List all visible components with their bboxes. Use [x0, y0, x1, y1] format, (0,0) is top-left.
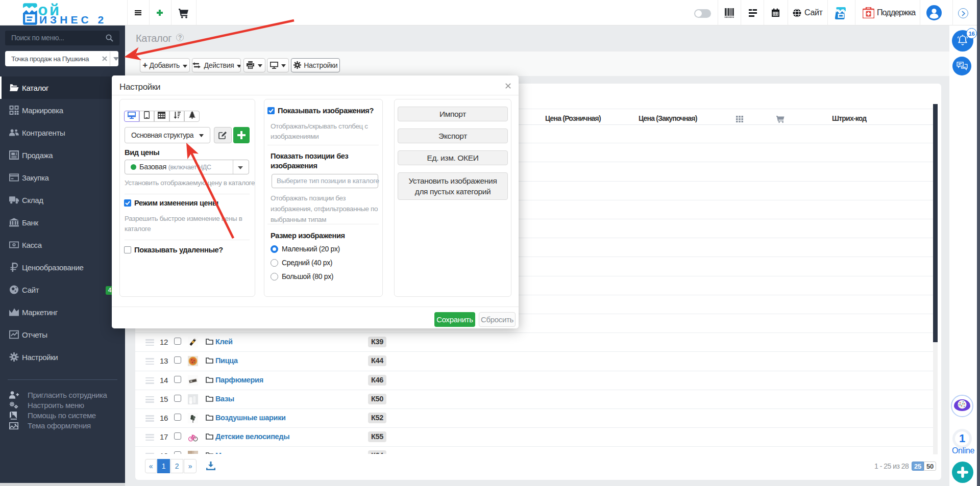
svg-text:ИЗНЕС 2: ИЗНЕС 2: [39, 14, 107, 25]
